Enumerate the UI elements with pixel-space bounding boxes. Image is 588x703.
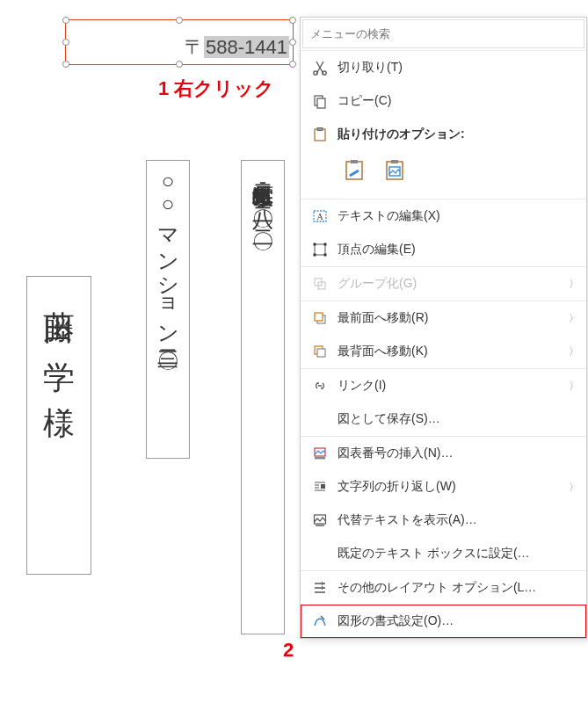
svg-rect-3	[317, 98, 325, 108]
chevron-right-icon: 〉	[569, 379, 579, 394]
resize-handle[interactable]	[289, 61, 296, 68]
name-textbox[interactable]: 藤田 学 様	[26, 276, 91, 575]
svg-rect-15	[324, 243, 327, 246]
paste-options-row	[301, 151, 586, 199]
postal-mark: 〒	[185, 36, 204, 58]
menu-bring-front-label: 最前面へ移動(R)	[338, 310, 569, 326]
paste-keep-formatting-button[interactable]	[341, 156, 369, 185]
text-edit-icon: A	[308, 208, 332, 224]
address-text: 岐阜県岐阜市雪見町二‐八二〇‐二〇	[247, 170, 279, 215]
link-icon	[308, 378, 332, 394]
resize-handle[interactable]	[62, 61, 69, 68]
menu-group-label: グループ化(G)	[338, 276, 569, 292]
annotation-step1: 1 右クリック	[158, 76, 274, 102]
chevron-right-icon: 〉	[569, 311, 579, 326]
menu-link-label: リンク(I)	[338, 378, 569, 394]
menu-save-picture-label: 図として保存(S)…	[338, 411, 579, 427]
menu-edit-text-label: テキストの編集(X)	[338, 208, 579, 224]
resize-handle[interactable]	[289, 17, 296, 24]
building-textbox[interactable]: ○○マンション三〇二	[146, 160, 190, 459]
annotation-step2: 2	[283, 639, 294, 662]
svg-rect-28	[316, 525, 324, 526]
menu-bring-front[interactable]: 最前面へ移動(R) 〉	[301, 301, 586, 335]
svg-rect-13	[315, 244, 325, 255]
selected-textbox[interactable]: 〒588-1441	[65, 19, 294, 65]
menu-text-wrapping[interactable]: 文字列の折り返し(W) 〉	[301, 470, 586, 504]
format-shape-icon	[308, 613, 332, 629]
postal-number: 588-1441	[204, 36, 289, 58]
menu-save-as-picture[interactable]: 図として保存(S)…	[301, 402, 586, 436]
menu-cut-label: 切り取り(T)	[338, 60, 579, 76]
svg-rect-21	[315, 313, 323, 321]
resize-handle[interactable]	[289, 39, 296, 46]
building-text: ○○マンション三〇二	[152, 170, 184, 335]
paste-options-label-row: 貼り付けのオプション:	[301, 118, 586, 151]
chevron-right-icon: 〉	[569, 277, 579, 292]
resize-handle[interactable]	[62, 39, 69, 46]
menu-copy[interactable]: コピー(C)	[301, 84, 586, 118]
text-wrap-icon	[308, 479, 332, 495]
svg-rect-23	[317, 349, 325, 357]
bring-front-icon	[308, 310, 332, 326]
svg-rect-7	[351, 160, 358, 163]
resize-handle[interactable]	[62, 17, 69, 24]
context-menu: 切り取り(T) コピー(C) 貼り付けのオプション: A テキストの編集(X) …	[300, 17, 587, 639]
menu-copy-label: コピー(C)	[338, 93, 579, 109]
clipboard-icon	[308, 127, 332, 142]
group-icon	[308, 276, 332, 292]
menu-format-shape[interactable]: 図形の書式設定(O)…	[301, 605, 586, 638]
svg-rect-16	[314, 254, 316, 257]
svg-rect-17	[324, 254, 327, 257]
menu-cut[interactable]: 切り取り(T)	[301, 51, 586, 84]
svg-rect-9	[391, 160, 398, 163]
copy-icon	[308, 93, 332, 109]
address-textbox[interactable]: 岐阜県岐阜市雪見町二‐八二〇‐二〇	[241, 160, 285, 634]
paste-options-label: 貼り付けのオプション:	[338, 127, 465, 142]
menu-edit-vertices[interactable]: 頂点の編集(E)	[301, 233, 586, 266]
resize-handle[interactable]	[176, 61, 183, 68]
menu-default-textbox[interactable]: 既定のテキスト ボックスに設定(…	[301, 537, 586, 570]
menu-edit-vertices-label: 頂点の編集(E)	[338, 242, 579, 257]
svg-rect-5	[317, 128, 323, 131]
menu-alt-text-label: 代替テキストを表示(A)…	[338, 512, 579, 528]
chevron-right-icon: 〉	[569, 480, 579, 495]
menu-link[interactable]: リンク(I) 〉	[301, 369, 586, 402]
menu-default-textbox-label: 既定のテキスト ボックスに設定(…	[338, 546, 579, 562]
menu-group: グループ化(G) 〉	[301, 267, 586, 301]
menu-send-back-label: 最背面へ移動(K)	[338, 344, 569, 359]
menu-edit-text[interactable]: A テキストの編集(X)	[301, 199, 586, 233]
alt-text-icon	[308, 512, 332, 528]
menu-search-container	[301, 18, 586, 51]
scissors-icon	[308, 60, 332, 76]
svg-rect-6	[346, 162, 362, 179]
name-text: 藤田 学 様	[35, 286, 83, 388]
layout-icon	[308, 580, 332, 596]
send-back-icon	[308, 344, 332, 359]
resize-handle[interactable]	[176, 17, 183, 24]
svg-rect-10	[389, 167, 400, 176]
menu-alt-text[interactable]: 代替テキストを表示(A)…	[301, 504, 586, 537]
menu-search-input[interactable]	[302, 19, 584, 48]
menu-format-shape-label: 図形の書式設定(O)…	[338, 613, 579, 629]
menu-send-back[interactable]: 最背面へ移動(K) 〉	[301, 335, 586, 368]
menu-caption-label: 図表番号の挿入(N)…	[338, 446, 579, 461]
svg-rect-4	[315, 129, 325, 141]
menu-more-layout-label: その他のレイアウト オプション(L…	[338, 580, 579, 596]
postal-code-text: 〒588-1441	[185, 34, 289, 61]
menu-insert-caption[interactable]: 図表番号の挿入(N)…	[301, 437, 586, 470]
caption-icon	[308, 446, 332, 461]
menu-more-layout[interactable]: その他のレイアウト オプション(L…	[301, 571, 586, 605]
svg-rect-25	[315, 457, 325, 460]
vertices-icon	[308, 242, 332, 257]
paste-picture-button[interactable]	[381, 156, 410, 185]
svg-rect-26	[321, 484, 325, 489]
svg-rect-14	[314, 243, 316, 246]
svg-text:A: A	[316, 212, 323, 221]
menu-wrap-label: 文字列の折り返し(W)	[338, 479, 569, 495]
chevron-right-icon: 〉	[569, 344, 579, 359]
